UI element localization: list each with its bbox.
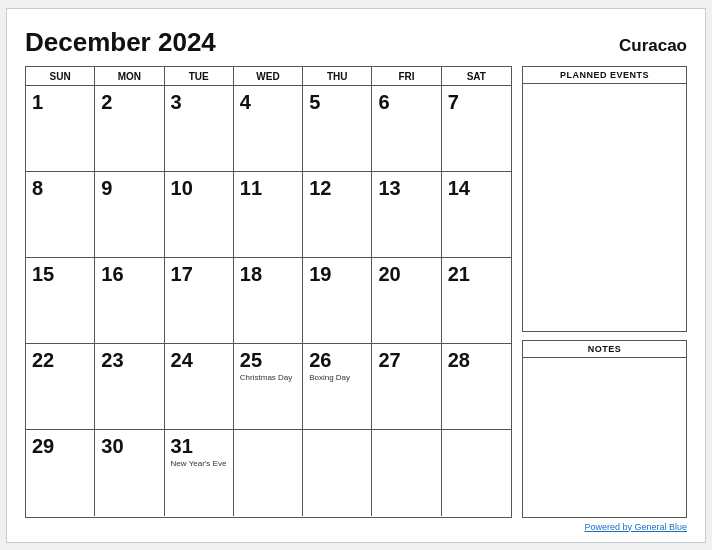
day-number: 28 xyxy=(448,349,505,371)
day-cell xyxy=(303,430,372,516)
day-header: WED xyxy=(234,67,303,85)
day-cell: 31New Year's Eve xyxy=(165,430,234,516)
day-cell: 12 xyxy=(303,172,372,258)
day-cell: 9 xyxy=(95,172,164,258)
location: Curacao xyxy=(619,36,687,56)
day-number: 25 xyxy=(240,349,296,371)
day-cell: 6 xyxy=(372,86,441,172)
footer: Powered by General Blue xyxy=(25,522,687,532)
day-number: 22 xyxy=(32,349,88,371)
day-number: 20 xyxy=(378,263,434,285)
day-cell: 11 xyxy=(234,172,303,258)
footer-link[interactable]: Powered by General Blue xyxy=(584,522,687,532)
day-number: 18 xyxy=(240,263,296,285)
calendar-section: SUNMONTUEWEDTHUFRISAT 123456789101112131… xyxy=(25,66,512,518)
notes-box: NOTES xyxy=(522,340,687,518)
day-cell: 10 xyxy=(165,172,234,258)
day-number: 14 xyxy=(448,177,505,199)
day-header: FRI xyxy=(372,67,441,85)
day-cell: 24 xyxy=(165,344,234,430)
day-number: 5 xyxy=(309,91,365,113)
day-number: 10 xyxy=(171,177,227,199)
planned-events-title: PLANNED EVENTS xyxy=(523,67,686,84)
day-cell: 23 xyxy=(95,344,164,430)
day-number: 30 xyxy=(101,435,157,457)
day-number: 29 xyxy=(32,435,88,457)
day-cell: 8 xyxy=(26,172,95,258)
day-number: 27 xyxy=(378,349,434,371)
day-cell: 18 xyxy=(234,258,303,344)
calendar-grid: 1234567891011121314151617181920212223242… xyxy=(26,86,511,517)
day-cell: 16 xyxy=(95,258,164,344)
day-event: Boxing Day xyxy=(309,373,365,383)
day-cell xyxy=(442,430,511,516)
day-headers: SUNMONTUEWEDTHUFRISAT xyxy=(26,67,511,86)
day-cell: 14 xyxy=(442,172,511,258)
planned-events-content xyxy=(523,84,686,331)
day-number: 17 xyxy=(171,263,227,285)
day-number: 19 xyxy=(309,263,365,285)
month-title: December 2024 xyxy=(25,27,216,58)
day-number: 23 xyxy=(101,349,157,371)
day-number: 9 xyxy=(101,177,157,199)
day-number: 15 xyxy=(32,263,88,285)
day-number: 31 xyxy=(171,435,227,457)
day-cell: 1 xyxy=(26,86,95,172)
day-number: 11 xyxy=(240,177,296,199)
day-cell: 3 xyxy=(165,86,234,172)
day-cell: 29 xyxy=(26,430,95,516)
notes-title: NOTES xyxy=(523,341,686,358)
day-cell: 5 xyxy=(303,86,372,172)
page: December 2024 Curacao SUNMONTUEWEDTHUFRI… xyxy=(6,8,706,543)
side-section: PLANNED EVENTS NOTES xyxy=(522,66,687,518)
day-cell: 2 xyxy=(95,86,164,172)
day-event: Christmas Day xyxy=(240,373,296,383)
day-number: 3 xyxy=(171,91,227,113)
day-number: 7 xyxy=(448,91,505,113)
day-cell: 13 xyxy=(372,172,441,258)
day-number: 8 xyxy=(32,177,88,199)
day-number: 2 xyxy=(101,91,157,113)
planned-events-box: PLANNED EVENTS xyxy=(522,66,687,332)
day-cell: 17 xyxy=(165,258,234,344)
day-cell: 28 xyxy=(442,344,511,430)
day-cell: 27 xyxy=(372,344,441,430)
day-cell: 25Christmas Day xyxy=(234,344,303,430)
day-cell: 30 xyxy=(95,430,164,516)
main-area: SUNMONTUEWEDTHUFRISAT 123456789101112131… xyxy=(25,66,687,518)
day-cell: 22 xyxy=(26,344,95,430)
day-cell xyxy=(372,430,441,516)
day-cell: 21 xyxy=(442,258,511,344)
day-number: 12 xyxy=(309,177,365,199)
day-cell: 7 xyxy=(442,86,511,172)
day-header: THU xyxy=(303,67,372,85)
day-number: 16 xyxy=(101,263,157,285)
day-cell: 4 xyxy=(234,86,303,172)
day-number: 4 xyxy=(240,91,296,113)
day-cell: 15 xyxy=(26,258,95,344)
day-cell: 26Boxing Day xyxy=(303,344,372,430)
day-event: New Year's Eve xyxy=(171,459,227,469)
day-number: 26 xyxy=(309,349,365,371)
header: December 2024 Curacao xyxy=(25,27,687,58)
day-number: 1 xyxy=(32,91,88,113)
day-number: 24 xyxy=(171,349,227,371)
day-number: 21 xyxy=(448,263,505,285)
day-header: SAT xyxy=(442,67,511,85)
day-cell: 19 xyxy=(303,258,372,344)
day-number: 6 xyxy=(378,91,434,113)
day-header: SUN xyxy=(26,67,95,85)
day-header: MON xyxy=(95,67,164,85)
notes-content xyxy=(523,358,686,517)
day-number: 13 xyxy=(378,177,434,199)
day-header: TUE xyxy=(165,67,234,85)
day-cell: 20 xyxy=(372,258,441,344)
day-cell xyxy=(234,430,303,516)
